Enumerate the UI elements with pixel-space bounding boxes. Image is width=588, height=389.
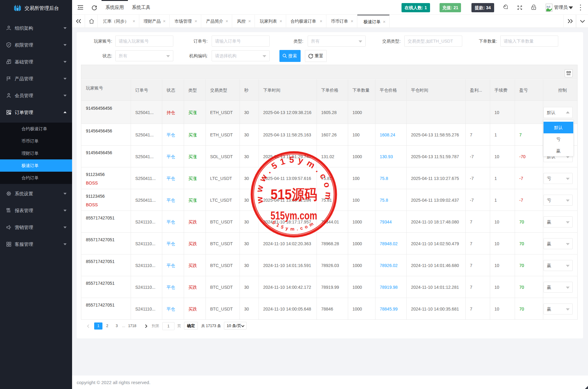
- svg-text:515ym.com: 515ym.com: [271, 209, 317, 222]
- svg-text:515源码: 515源码: [271, 186, 317, 202]
